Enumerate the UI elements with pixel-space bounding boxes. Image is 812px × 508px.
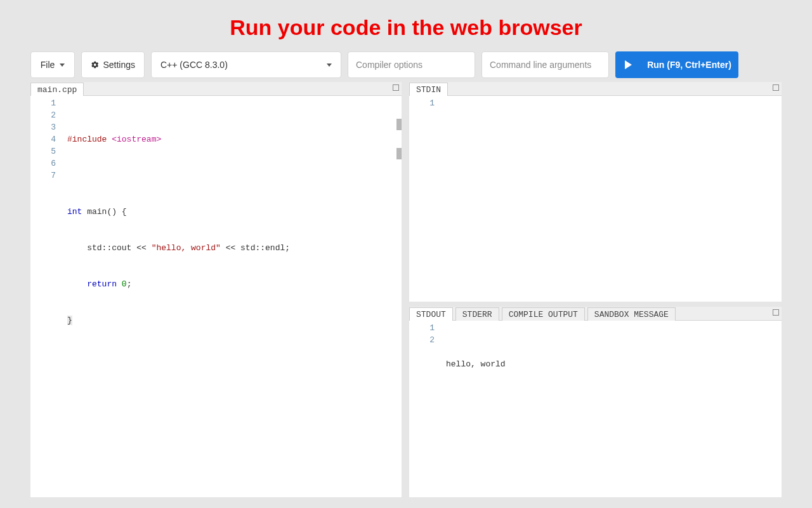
tab-stdout[interactable]: STDOUT: [409, 307, 453, 321]
editor-panel: main.cpp 1 2 3 4 5 6 7 #inclu: [30, 82, 402, 497]
toolbar: File Settings C++ (GCC 8.3.0) Run (F9, C…: [30, 51, 782, 78]
output-view[interactable]: 1 2 hello, world: [409, 321, 782, 497]
code-editor[interactable]: 1 2 3 4 5 6 7 #include <iostream> int ma…: [30, 96, 402, 497]
play-icon: [625, 60, 632, 69]
stdin-panel: STDIN 1: [409, 82, 782, 302]
tab-sandbox-message[interactable]: SANDBOX MESSAGE: [587, 307, 676, 321]
settings-button[interactable]: Settings: [81, 51, 145, 78]
maximize-icon[interactable]: [773, 84, 779, 91]
output-panel: STDOUT STDERR COMPILE OUTPUT SANDBOX MES…: [409, 307, 782, 497]
command-line-args-input[interactable]: [481, 51, 609, 78]
compiler-options-input[interactable]: [348, 51, 475, 78]
language-selected: C++ (GCC 8.3.0): [160, 60, 228, 70]
run-button[interactable]: Run (F9, Ctrl+Enter): [615, 51, 738, 78]
maximize-icon[interactable]: [393, 84, 399, 91]
page-banner: Run your code in the web browser: [0, 0, 812, 51]
maximize-icon[interactable]: [773, 309, 779, 316]
output-tabstrip: STDOUT STDERR COMPILE OUTPUT SANDBOX MES…: [409, 307, 782, 321]
editor-tab-main[interactable]: main.cpp: [30, 83, 84, 96]
gear-icon: [91, 60, 99, 69]
file-menu-button[interactable]: File: [30, 51, 75, 78]
stdin-tab[interactable]: STDIN: [409, 83, 448, 96]
tab-compile-output[interactable]: COMPILE OUTPUT: [502, 307, 585, 321]
output-gutter: 1 2: [409, 321, 441, 497]
editor-tabstrip: main.cpp: [30, 82, 402, 96]
output-content: hello, world: [441, 321, 782, 497]
file-label: File: [41, 60, 55, 70]
language-select[interactable]: C++ (GCC 8.3.0): [151, 51, 341, 78]
scrollbar-thumb[interactable]: [396, 119, 402, 130]
stdin-gutter: 1: [409, 96, 441, 302]
stdin-editor[interactable]: 1: [409, 96, 782, 302]
tab-stderr[interactable]: STDERR: [455, 307, 499, 321]
settings-label: Settings: [103, 60, 135, 70]
run-label: Run (F9, Ctrl+Enter): [647, 60, 731, 70]
stdin-content[interactable]: [441, 96, 782, 302]
scrollbar-thumb[interactable]: [396, 148, 402, 159]
caret-down-icon: [327, 64, 332, 67]
stdin-tabstrip: STDIN: [409, 82, 782, 96]
editor-gutter: 1 2 3 4 5 6 7: [30, 96, 62, 497]
caret-down-icon: [60, 64, 65, 67]
code-content[interactable]: #include <iostream> int main() { std::co…: [62, 96, 402, 497]
